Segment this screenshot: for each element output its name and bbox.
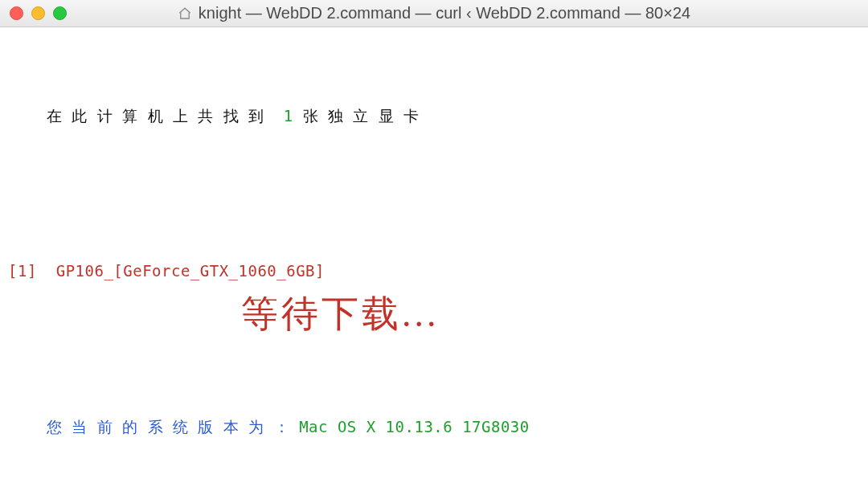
minimize-icon[interactable] [31,6,45,20]
close-icon[interactable] [10,6,23,20]
zoom-icon[interactable] [53,6,67,20]
system-version: Mac OS X 10.13.6 17G8030 [299,418,530,436]
traffic-lights [10,6,67,20]
window-titlebar: knight — WebDD 2.command — curl ‹ WebDD … [0,0,868,27]
text: 在 此 计 算 机 上 共 找 到 [47,107,284,125]
system-version-line: 您 当 前 的 系 统 版 本 为 ： Mac OS X 10.13.6 17G… [8,393,860,462]
gpu-model-line: [1] GP106_[GeForce_GTX_1060_6GB] [8,260,860,283]
text: 张 独 立 显 卡 [293,107,420,125]
home-icon [178,6,192,21]
annotation-wait-download: 等待下载... [241,289,440,339]
label: 您 当 前 的 系 统 版 本 为 ： [47,418,289,436]
terminal-output[interactable]: 在 此 计 算 机 上 共 找 到 1 张 独 立 显 卡 [1] GP106_… [0,27,868,499]
window-title: knight — WebDD 2.command — curl ‹ WebDD … [199,4,690,22]
gpu-count: 1 [284,107,293,125]
gpu-count-line: 在 此 计 算 机 上 共 找 到 1 张 独 立 显 卡 [8,81,860,150]
